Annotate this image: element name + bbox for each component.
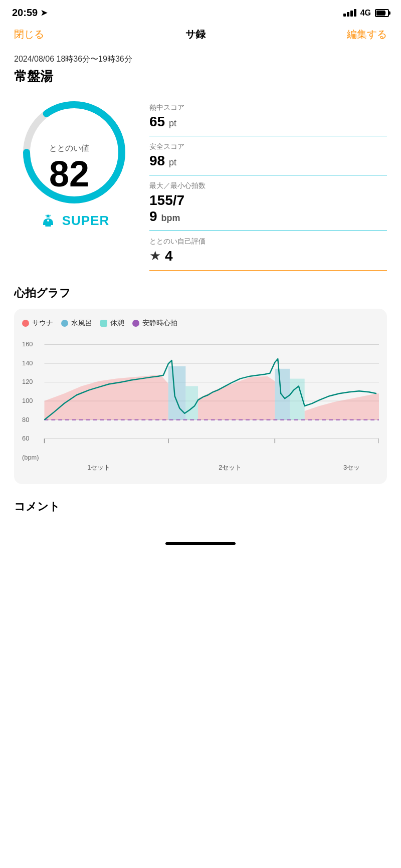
network-label: 4G bbox=[360, 9, 371, 18]
svg-text:100: 100 bbox=[22, 397, 33, 404]
svg-rect-25 bbox=[275, 368, 290, 419]
safety-score-label: 安全スコア bbox=[149, 142, 387, 151]
safety-score-number: 98 bbox=[149, 153, 165, 168]
chart-area: 160 140 120 100 80 60 (bpm) bbox=[22, 336, 379, 476]
session-name: 常盤湯 bbox=[14, 68, 387, 85]
svg-marker-21 bbox=[45, 375, 168, 419]
svg-text:3セッ: 3セッ bbox=[343, 463, 360, 471]
resting-hr-label: 安静時心拍 bbox=[142, 319, 177, 328]
heart-rate-label: 最大／最小心拍数 bbox=[149, 181, 387, 190]
graph-card: サウナ 水風呂 休憩 安静時心拍 160 bbox=[14, 309, 387, 484]
main-content: 2024/08/06 18時36分〜19時36分 常盤湯 ととのい値 82 bbox=[0, 46, 401, 532]
heart-rate-unit: bpm bbox=[161, 213, 180, 224]
heart-rate-max-min: 155/7 bbox=[149, 192, 387, 208]
heart-rate-value: 155/7 9 bpm bbox=[149, 192, 387, 225]
heat-score-number: 65 bbox=[149, 114, 165, 129]
status-bar: 20:59 ➤ 4G 79 bbox=[0, 0, 401, 23]
graph-section: 心拍グラフ サウナ 水風呂 休憩 安静時心拍 bbox=[14, 286, 387, 484]
battery-percent: 79 bbox=[378, 9, 386, 17]
svg-rect-3 bbox=[45, 225, 51, 227]
svg-text:60: 60 bbox=[22, 435, 29, 442]
status-right: 4G 79 bbox=[343, 9, 389, 18]
score-section: ととのい値 82 SUPER 熱中スコア bbox=[14, 97, 387, 271]
signal-icon bbox=[343, 9, 356, 17]
sauna-label: サウナ bbox=[32, 319, 53, 328]
safety-score-value: 98 pt bbox=[149, 153, 387, 169]
circle-value: 82 bbox=[49, 156, 89, 192]
time-display: 20:59 bbox=[12, 7, 38, 19]
nav-bar: 閉じる サ録 編集する bbox=[0, 23, 401, 46]
svg-point-7 bbox=[47, 220, 49, 222]
sauna-dot bbox=[22, 320, 29, 327]
svg-text:140: 140 bbox=[22, 359, 33, 367]
heart-rate-secondary: 9 bbox=[149, 208, 157, 225]
water-dot bbox=[61, 320, 68, 327]
heart-rate-item: 最大／最小心拍数 155/7 9 bpm bbox=[149, 175, 387, 231]
comment-section: コメント bbox=[14, 499, 387, 532]
comment-title: コメント bbox=[14, 499, 387, 514]
resting-hr-dot bbox=[132, 320, 139, 327]
location-icon: ➤ bbox=[41, 8, 47, 18]
svg-text:80: 80 bbox=[22, 415, 29, 423]
svg-text:160: 160 bbox=[22, 340, 33, 348]
rest-dot bbox=[100, 320, 107, 327]
safety-score-unit: pt bbox=[169, 157, 176, 167]
legend-sauna: サウナ bbox=[22, 319, 53, 328]
svg-text:1セット: 1セット bbox=[87, 463, 110, 471]
home-bar bbox=[165, 542, 236, 545]
edit-button[interactable]: 編集する bbox=[347, 28, 387, 41]
stats-panel: 熱中スコア 65 pt 安全スコア 98 pt 最大／最小心拍数 155/7 bbox=[149, 97, 387, 271]
star-icon: ★ bbox=[149, 248, 161, 264]
home-indicator bbox=[0, 532, 401, 550]
water-label: 水風呂 bbox=[71, 319, 92, 328]
self-eval-item: ととのい自己評価 ★ 4 bbox=[149, 231, 387, 271]
legend-rest: 休憩 bbox=[100, 319, 124, 328]
battery-icon: 79 bbox=[375, 9, 389, 17]
legend-resting-hr: 安静時心拍 bbox=[132, 319, 177, 328]
heat-score-item: 熱中スコア 65 pt bbox=[149, 97, 387, 136]
eval-number: 4 bbox=[165, 248, 173, 264]
circle-label: ととのい値 bbox=[49, 143, 89, 154]
svg-text:120: 120 bbox=[22, 378, 33, 385]
session-datetime: 2024/08/06 18時36分〜19時36分 bbox=[14, 54, 387, 65]
graph-title: 心拍グラフ bbox=[14, 286, 387, 301]
heat-score-unit: pt bbox=[169, 118, 176, 128]
rest-label: 休憩 bbox=[110, 319, 124, 328]
self-eval-label: ととのい自己評価 bbox=[149, 237, 387, 246]
circle-gauge: ととのい値 82 SUPER bbox=[14, 97, 134, 238]
close-button[interactable]: 閉じる bbox=[14, 28, 44, 41]
circle-inner: ととのい値 82 bbox=[19, 117, 119, 218]
chart-legend: サウナ 水風呂 休憩 安静時心拍 bbox=[22, 319, 379, 328]
safety-score-item: 安全スコア 98 pt bbox=[149, 136, 387, 175]
self-eval-value: ★ 4 bbox=[149, 248, 387, 264]
svg-marker-22 bbox=[198, 376, 275, 419]
nav-title: サ録 bbox=[185, 28, 206, 41]
heat-score-label: 熱中スコア bbox=[149, 103, 387, 112]
svg-text:2セット: 2セット bbox=[219, 463, 242, 471]
status-time: 20:59 ➤ bbox=[12, 7, 47, 19]
legend-water: 水風呂 bbox=[61, 319, 92, 328]
heat-score-value: 65 pt bbox=[149, 114, 387, 130]
svg-text:(bpm): (bpm) bbox=[22, 453, 39, 461]
svg-marker-23 bbox=[305, 393, 379, 419]
chart-svg: 160 140 120 100 80 60 (bpm) bbox=[22, 336, 379, 476]
